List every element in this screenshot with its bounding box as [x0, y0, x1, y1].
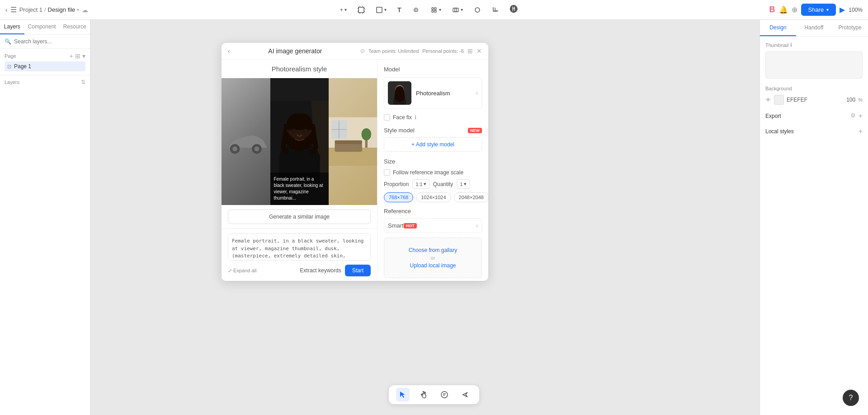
style-model-label: Style model: [384, 127, 415, 134]
ai-tool[interactable]: 🅜: [507, 3, 521, 16]
thumbnail-info-icon: ℹ: [790, 42, 792, 48]
text-tool[interactable]: T: [394, 5, 405, 15]
filename-chevron[interactable]: ▾: [77, 7, 79, 12]
play-button[interactable]: ▶: [840, 5, 845, 14]
search-layers-input[interactable]: [14, 38, 85, 45]
thumbnail-label: Thumbnail: [765, 42, 788, 48]
tab-prototype[interactable]: Prototype: [832, 20, 868, 36]
ai-panel-actions: ⊙ Team points: Unlimited Personal points…: [360, 47, 482, 55]
face-fix-label: Face fix: [393, 114, 412, 121]
expand-all-button[interactable]: ⤢ Expand all: [228, 268, 256, 274]
layers-section: Layers ⇅: [0, 75, 90, 415]
prompt-textarea[interactable]: Female portrait, in a black sweater, loo…: [228, 233, 371, 261]
add-page-icon[interactable]: +: [70, 52, 73, 60]
export-settings-icon[interactable]: ⚙: [850, 112, 856, 120]
tool-cursor[interactable]: [396, 388, 410, 401]
crop-tool[interactable]: [489, 5, 502, 15]
quantity-select[interactable]: 1 ▾: [457, 179, 469, 189]
top-bar-left: ‹ ☰ Project 1 / Design file ▾ ☁: [5, 5, 88, 14]
reference-title: Reference: [384, 208, 482, 214]
generate-btn-container: Generate a similar image: [222, 205, 377, 228]
tab-design[interactable]: Design: [760, 20, 796, 36]
back-icon[interactable]: ‹: [5, 6, 8, 14]
size-options: 768×768 1024×1024 2048×2048: [384, 192, 482, 202]
upload-local-link[interactable]: Upload local image: [410, 262, 456, 269]
tab-layers[interactable]: Layers: [0, 20, 24, 34]
component-tool[interactable]: ▾: [427, 5, 444, 15]
frame-tool[interactable]: [354, 5, 368, 15]
shape-tool[interactable]: ▾: [373, 5, 390, 15]
extract-keywords-button[interactable]: Extract keywords: [300, 267, 341, 274]
panel-close-icon[interactable]: ✕: [476, 47, 482, 55]
page-item[interactable]: ⊡ Page 1: [5, 61, 85, 71]
export-label: Export: [765, 113, 781, 119]
add-export-icon[interactable]: +: [859, 112, 863, 120]
add-style-button[interactable]: + Add style model: [384, 137, 482, 152]
upload-area: Choose from gallary or Upload local imag…: [384, 238, 482, 278]
sidebar-tabs: Layers Component Resource: [0, 20, 90, 35]
svg-point-22: [255, 146, 259, 151]
face-fix-checkbox[interactable]: [384, 114, 390, 121]
panel-pin-icon[interactable]: ⊞: [467, 47, 473, 55]
tab-handoff[interactable]: Handoff: [796, 20, 832, 36]
size-option-1024[interactable]: 1024×1024: [416, 192, 451, 202]
add-tool[interactable]: +▾: [336, 5, 350, 15]
layers-sort-icon[interactable]: ⇅: [81, 79, 85, 85]
page-more-icon[interactable]: ▾: [82, 52, 85, 60]
top-bar-right: B 🔔 ⊕ Share ▾ ▶ 100%: [769, 4, 863, 16]
proportion-row: Proportion 1:1 ▾ Quantity 1 ▾: [384, 179, 482, 189]
right-sidebar-tabs: Design Handoff Prototype: [760, 20, 868, 37]
filename[interactable]: Design file: [48, 6, 75, 13]
svg-point-18: [475, 8, 480, 12]
proportion-value: 1:1: [415, 182, 422, 187]
face-fix-row: Face fix ℹ: [384, 114, 482, 121]
upload-or-text: or: [393, 255, 472, 261]
svg-rect-14: [432, 10, 434, 12]
page-folder-icon[interactable]: ⊞: [75, 52, 80, 60]
choose-gallery-link[interactable]: Choose from gallary: [409, 247, 457, 253]
proportion-select[interactable]: 1:1 ▾: [412, 179, 429, 189]
ai-panel-back-icon[interactable]: ‹: [228, 47, 230, 55]
svg-rect-15: [434, 10, 436, 12]
follow-ref-checkbox[interactable]: [384, 169, 390, 176]
bg-color-text[interactable]: EFEFEF: [787, 97, 807, 103]
proportion-chevron: ▾: [424, 181, 426, 187]
notification-icon[interactable]: 🔔: [779, 5, 788, 14]
mask-tool[interactable]: ▾: [449, 5, 466, 15]
menu-icon[interactable]: ☰: [10, 5, 17, 14]
tool-more[interactable]: [458, 388, 472, 401]
size-option-2048[interactable]: 2048×2048: [454, 192, 488, 202]
start-button[interactable]: Start: [345, 265, 371, 276]
pen-tool[interactable]: [409, 5, 423, 15]
local-styles-label: Local styles: [765, 128, 794, 135]
style-title: Photorealism style: [222, 60, 377, 78]
add-local-style-icon[interactable]: +: [859, 127, 863, 135]
help-button[interactable]: ?: [843, 390, 859, 406]
smart-row[interactable]: Smart HOT ›: [384, 218, 482, 233]
size-option-768[interactable]: 768×768: [384, 192, 413, 202]
ai-panel: ‹ AI image generator ⊙ Team points: Unli…: [222, 43, 488, 281]
tab-resource[interactable]: Resource: [60, 20, 90, 34]
ai-panel-header: ‹ AI image generator ⊙ Team points: Unli…: [222, 43, 488, 60]
tool-hand[interactable]: [417, 388, 430, 401]
bg-color-swatch[interactable]: [774, 95, 784, 105]
visibility-icon[interactable]: 👁: [765, 97, 771, 103]
settings-icon[interactable]: ⊕: [792, 5, 797, 14]
prompt-right-actions: Extract keywords Start: [300, 265, 371, 276]
toolbar-center: +▾ ▾ T ▾ ▾ 🅜: [92, 3, 765, 16]
project-path: Project 1 / Design file ▾: [19, 6, 80, 13]
zoom-level[interactable]: 100%: [849, 7, 863, 13]
share-button[interactable]: Share ▾: [801, 4, 836, 16]
prompt-area: Female portrait, in a black sweater, loo…: [222, 228, 377, 281]
circle-tool[interactable]: [471, 5, 484, 15]
tab-component[interactable]: Component: [24, 20, 60, 34]
generate-similar-button[interactable]: Generate a similar image: [228, 210, 371, 224]
model-selector[interactable]: Photorealism ›: [384, 77, 482, 109]
team-points-icon: ⊙: [360, 48, 365, 54]
reference-section: Reference Smart HOT › Choose from gallar…: [384, 208, 482, 278]
face-fix-info-icon[interactable]: ℹ: [415, 115, 416, 121]
path-separator: /: [44, 6, 46, 13]
tool-comment[interactable]: [438, 388, 451, 401]
bg-opacity[interactable]: 100: [846, 97, 855, 103]
brand-icon-b: B: [769, 5, 775, 14]
